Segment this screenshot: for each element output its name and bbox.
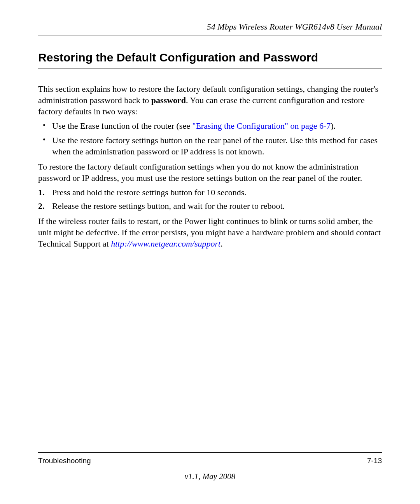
bullet1-text-2: ). (331, 121, 336, 131)
intro-paragraph: This section explains how to restore the… (38, 83, 382, 117)
support-link[interactable]: http://www.netgear.com/support (111, 239, 220, 248)
list-item: Use the restore factory settings button … (38, 135, 382, 157)
footer-version: v1.1, May 2008 (38, 472, 382, 481)
list-item: 1. Press and hold the restore settings b… (38, 187, 382, 198)
step-number: 2. (38, 200, 49, 212)
doc-title: 54 Mbps Wireless Router WGR614v8 User Ma… (207, 22, 382, 32)
step2-text: Release the restore settings button, and… (52, 201, 285, 211)
step-number: 1. (38, 187, 49, 198)
page-header: 54 Mbps Wireless Router WGR614v8 User Ma… (38, 22, 382, 35)
page-footer: Troubleshooting 7-13 (38, 452, 382, 465)
password-bold: password (151, 95, 186, 105)
section-title: Restoring the Default Configuration and … (38, 51, 382, 68)
numbered-list: 1. Press and hold the restore settings b… (38, 187, 382, 212)
footer-section-name: Troubleshooting (38, 457, 91, 465)
list-item: Use the Erase function of the router (se… (38, 120, 382, 131)
support-text-2: . (220, 239, 223, 248)
bullet1-text-1: Use the Erase function of the router (se… (52, 121, 192, 131)
erase-config-link[interactable]: "Erasing the Configuration" on page 6-7 (192, 121, 331, 131)
list-item: 2. Release the restore settings button, … (38, 200, 382, 212)
restore-instructions-para: To restore the factory default configura… (38, 161, 382, 184)
body-content: This section explains how to restore the… (38, 83, 382, 249)
footer-rule (38, 452, 382, 453)
footer-line: Troubleshooting 7-13 (38, 457, 382, 465)
support-paragraph: If the wireless router fails to restart,… (38, 215, 382, 249)
page: 54 Mbps Wireless Router WGR614v8 User Ma… (0, 0, 420, 504)
bullet-list: Use the Erase function of the router (se… (38, 120, 382, 157)
bullet2-text: Use the restore factory settings button … (52, 135, 378, 156)
footer-page-number: 7-13 (367, 457, 382, 465)
step1-text: Press and hold the restore settings butt… (52, 187, 247, 197)
